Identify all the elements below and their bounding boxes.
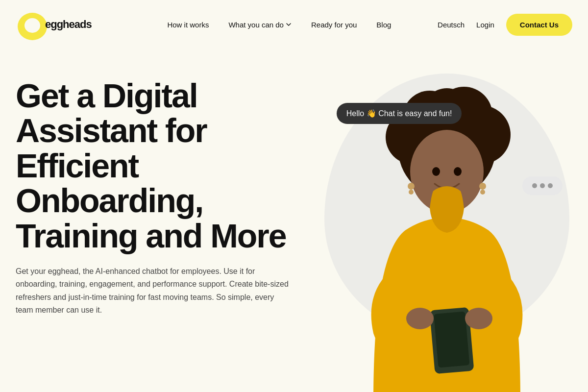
nav-right: Deutsch Login Contact Us [438,14,572,36]
nav-ready-for-you[interactable]: Ready for you [311,21,357,29]
typing-bubble [522,176,563,195]
hero-left: Get a Digital Assistant for Efficient On… [16,69,322,317]
contact-us-button[interactable]: Contact Us [506,14,572,36]
logo-text: eggheads [45,18,92,31]
svg-point-12 [409,190,414,195]
hero-section: Get a Digital Assistant for Efficient On… [0,49,588,392]
typing-dot-2 [540,183,545,188]
logo[interactable]: eggheads [16,8,92,41]
language-switcher[interactable]: Deutsch [438,21,465,29]
svg-point-11 [408,183,415,190]
nav-what-you-can-do[interactable]: What you can do [228,21,292,29]
chat-bubble: Hello 👋 Chat is easy and fun! [337,103,462,124]
svg-point-18 [406,308,434,329]
svg-point-1 [24,18,40,33]
typing-dot-3 [548,183,553,188]
hero-title: Get a Digital Assistant for Efficient On… [16,78,322,253]
svg-point-9 [432,167,440,176]
hero-subtitle: Get your egghead, the AI-enhanced chatbo… [16,265,290,317]
typing-dot-1 [532,183,537,188]
nav-how-it-works[interactable]: How it works [167,21,209,29]
nav-links-center: How it works What you can do Ready for y… [121,21,438,29]
login-link[interactable]: Login [476,21,494,29]
svg-point-14 [480,190,485,195]
svg-point-19 [465,308,492,329]
navbar: eggheads How it works What you can do Re… [0,0,588,49]
nav-blog[interactable]: Blog [376,21,391,29]
hero-right: Hello 👋 Chat is easy and fun! [322,69,572,392]
logo-icon [16,8,49,41]
svg-rect-17 [434,311,470,368]
svg-point-10 [454,167,462,176]
svg-point-13 [479,183,486,190]
chevron-down-icon [286,22,292,27]
